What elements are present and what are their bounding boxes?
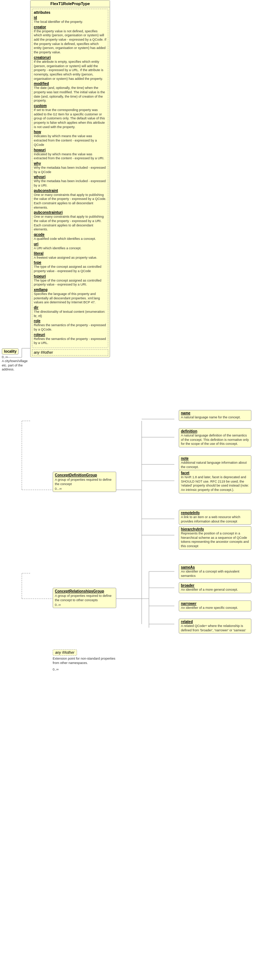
attr-dir: dir The directionality of textual conten… — [34, 305, 107, 318]
any-other-bottom-box: any ##other — [53, 649, 77, 655]
attr-xmllang-desc: Specifies the language of this property … — [34, 292, 107, 305]
attr-type: type The type of the concept assigned as… — [34, 261, 107, 273]
sameas-desc: An identifier of a concept with equivale… — [181, 570, 249, 578]
remoteinfo-desc: A link to an item or a web resource whic… — [181, 515, 249, 523]
attr-pubconstrainturi-desc: One or many constraints that apply to pu… — [34, 215, 107, 232]
any-other-bottom-label: any ##other — [55, 651, 75, 655]
any-other-bottom-desc: Extension point for non-standard propert… — [53, 657, 118, 665]
attr-how-name: how — [34, 130, 41, 134]
attributes-label: attributes — [34, 11, 107, 14]
attr-why: why Why the metadata has been included -… — [34, 161, 107, 174]
locality-label: locality — [4, 349, 16, 353]
attr-creatoruri-name: creatoruri — [34, 56, 51, 59]
attr-role-name: role — [34, 319, 40, 323]
related-label: related — [181, 620, 249, 624]
locality-container: locality 0..∞ A city/town/village etc. p… — [2, 348, 29, 372]
locality-desc: A city/town/village etc. part of the add… — [2, 359, 29, 372]
attr-how-desc: Indicates by which means the value was e… — [34, 134, 107, 147]
facet-label: facet — [181, 471, 249, 475]
attr-custom: custom If set to true the corresponding … — [34, 104, 107, 129]
attr-role: role Refines the semantics of the proper… — [34, 319, 107, 332]
attr-roleuri-name: roleuri — [34, 333, 45, 337]
attr-xmllang: xmllang Specifies the language of this p… — [34, 288, 107, 305]
attr-roleuri-desc: Refines the semantics of the property - … — [34, 337, 107, 345]
attr-howuri-name: howuri — [34, 148, 46, 152]
attr-modified-desc: The date (and, optionally, the time) whe… — [34, 86, 107, 103]
locality-box: locality — [2, 348, 19, 355]
attr-id-name: id — [34, 16, 37, 20]
concept-rel-group-title: ConceptRelationshipsGroup — [55, 589, 114, 593]
attr-whyuri: whyuri Why the metadata has been include… — [34, 175, 107, 188]
concept-rel-group-box: ConceptRelationshipsGroup A group of pro… — [53, 588, 116, 608]
attr-creator-desc: If the property value is not defined, sp… — [34, 29, 107, 55]
related-box: related A related QCode+ where the relat… — [179, 619, 251, 633]
attr-whyuri-name: whyuri — [34, 175, 45, 179]
narrower-label: narrower — [181, 601, 249, 606]
concept-rel-group-desc: A group of properties required to define… — [55, 594, 114, 602]
locality-cardinality: 0..∞ — [2, 355, 27, 359]
broader-desc: An identifier of a more general concept. — [181, 588, 249, 592]
attr-xmllang-name: xmllang — [34, 288, 48, 292]
related-desc: A related QCode+ where the relationship … — [181, 624, 249, 632]
sameas-box: sameAs An identifier of a concept with e… — [179, 564, 251, 579]
diagram-container: FlexT1RolePropType attributes id The loc… — [0, 0, 255, 980]
attr-how: how Indicates by which means the value w… — [34, 130, 107, 147]
remoteinfo-label: remoteInfo — [181, 511, 249, 515]
attr-howuri: howuri Indicated by which means the valu… — [34, 148, 107, 161]
attr-uri-desc: A URI which identifies a concept. — [34, 247, 107, 251]
facet-desc: In NAR 1.8 and later, facet is deprecate… — [181, 475, 249, 492]
definition-label: definition — [181, 429, 249, 433]
attributes-section: attributes id The local identifier of th… — [32, 9, 108, 348]
attr-qcode-name: qcode — [34, 232, 44, 237]
attr-custom-desc: If set to true the corresponding propert… — [34, 108, 107, 129]
attr-literal-desc: A freetext value assigned as property va… — [34, 256, 107, 260]
facet-box: facet In NAR 1.8 and later, facet is dep… — [179, 470, 251, 493]
attr-creatoruri: creatoruri If the attribute is empty, sp… — [34, 56, 107, 81]
name-label: name — [181, 411, 249, 415]
sameas-label: sameAs — [181, 565, 249, 569]
attr-literal: literal A freetext value assigned as pro… — [34, 251, 107, 260]
hierarchyinfo-desc: Represents the position of a concept in … — [181, 531, 249, 549]
name-desc: A natural language name for the concept. — [181, 415, 249, 420]
broader-box: broader An identifier of a more general … — [179, 582, 251, 593]
concept-def-group-card: 0...∞ — [55, 487, 114, 490]
attr-whyuri-desc: Why the metadata has been included - exp… — [34, 179, 107, 188]
narrower-desc: An identifier of a more specific concept… — [181, 606, 249, 610]
attr-roleuri: roleuri Refines the semantics of the pro… — [34, 333, 107, 345]
attr-type-desc: The type of the concept assigned as cont… — [34, 265, 107, 273]
attr-role-desc: Refines the semantics of the property - … — [34, 323, 107, 332]
note-box: note Additional natural language informa… — [179, 455, 251, 470]
attr-dir-desc: The directionality of textual content (e… — [34, 310, 107, 318]
hierarchyinfo-label: hierarchyInfo — [181, 527, 249, 531]
attr-id: id The local identifier of the property. — [34, 16, 107, 24]
attr-typeuri-name: typeuri — [34, 274, 46, 278]
attr-modified-name: modified — [34, 82, 49, 86]
concept-def-group-title: ConceptDefinitionGroup — [55, 473, 114, 477]
attr-uri: uri A URI which identifies a concept. — [34, 242, 107, 251]
note-desc: Additional natural language information … — [181, 461, 249, 469]
concept-rel-group-card: 0..∞ — [55, 603, 114, 607]
attr-qcode-desc: A qualified code which identifies a conc… — [34, 237, 107, 241]
attr-howuri-desc: Indicated by which means the value was e… — [34, 153, 107, 161]
any-other-main: any ##other — [32, 349, 108, 356]
attr-creator-name: creator — [34, 25, 46, 29]
definition-box: definition A natural language definition… — [179, 428, 251, 447]
broader-label: broader — [181, 584, 249, 587]
narrower-box: narrower An identifier of a more specifi… — [179, 600, 251, 611]
attr-uri-name: uri — [34, 242, 38, 246]
concept-def-left-card: 0...∞ — [55, 487, 62, 490]
attr-id-desc: The local identifier of the property. — [34, 20, 107, 24]
attr-pubconstrainturi: pubconstrainturi One or many constraints… — [34, 210, 107, 232]
main-box-title: FlexT1RolePropType — [30, 0, 110, 7]
attr-custom-name: custom — [34, 104, 47, 108]
attr-pubconstraint-name: pubconstraint — [34, 189, 58, 192]
concept-def-group-desc: A group of properties required to define… — [55, 478, 114, 486]
concept-def-group-box: ConceptDefinitionGroup A group of proper… — [53, 472, 116, 492]
attr-modified: modified The date (and, optionally, the … — [34, 82, 107, 103]
main-type-box: FlexT1RolePropType attributes id The loc… — [30, 0, 110, 357]
attr-literal-name: literal — [34, 251, 44, 255]
attr-why-desc: Why the metadata has been included - exp… — [34, 166, 107, 174]
attr-typeuri-desc: The type of the concept assigned as cont… — [34, 278, 107, 287]
attr-creatoruri-desc: If the attribute is empty, specifies whi… — [34, 60, 107, 81]
attr-pubconstraint-desc: One or many constraints that apply to pu… — [34, 193, 107, 210]
